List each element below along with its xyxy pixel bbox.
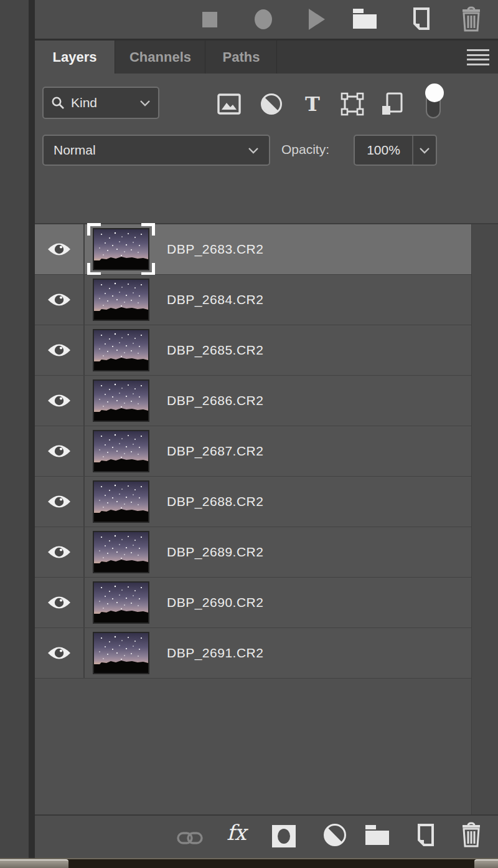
type-layer-filter-icon[interactable]: T	[299, 92, 326, 117]
delete-layer-icon[interactable]	[460, 822, 482, 847]
eye-icon[interactable]	[47, 241, 72, 258]
layers-panel-body: Kind T	[35, 74, 498, 814]
layer-thumbnail[interactable]	[93, 279, 149, 321]
chevron-down-icon	[139, 100, 151, 107]
panel-menu-icon[interactable]	[467, 49, 489, 65]
thumbnail-image	[93, 480, 149, 523]
filter-kind-dropdown[interactable]: Kind	[42, 87, 159, 119]
tab-layers-label: Layers	[53, 49, 97, 65]
thumbnail-image	[93, 329, 149, 371]
chevron-down-icon	[248, 147, 259, 154]
visibility-cell[interactable]	[35, 224, 85, 274]
layer-name[interactable]: DBP_2687.CR2	[167, 444, 263, 459]
filter-kind-label: Kind	[71, 95, 97, 110]
eye-icon[interactable]	[47, 644, 72, 662]
eye-icon[interactable]	[47, 594, 72, 611]
thumbnail-image	[93, 279, 149, 321]
layer-name[interactable]: DBP_2684.CR2	[167, 292, 263, 307]
adjustment-layer-icon[interactable]	[323, 823, 347, 848]
fx-label: fx	[227, 820, 247, 845]
eye-icon[interactable]	[47, 543, 72, 561]
visibility-cell[interactable]	[35, 275, 85, 325]
document-edge-right	[474, 859, 498, 868]
layer-style-icon[interactable]: fx	[227, 822, 247, 843]
opacity-field[interactable]: 100%	[354, 135, 437, 166]
delete-icon[interactable]	[460, 6, 482, 32]
chevron-down-icon[interactable]	[412, 136, 436, 165]
visibility-cell[interactable]	[35, 477, 85, 527]
layer-name[interactable]: DBP_2686.CR2	[167, 393, 263, 408]
layer-name[interactable]: DBP_2691.CR2	[167, 646, 263, 661]
toggle-knob	[425, 83, 444, 102]
new-group-icon[interactable]	[365, 824, 390, 846]
tab-paths[interactable]: Paths	[206, 41, 277, 74]
layer-row[interactable]: DBP_2686.CR2	[35, 376, 471, 426]
new-action-icon[interactable]	[410, 7, 433, 31]
link-layers-icon[interactable]	[177, 831, 203, 846]
selection-corner	[141, 263, 155, 275]
tab-layers[interactable]: Layers	[35, 41, 115, 74]
scrollbar-gutter[interactable]	[471, 224, 498, 814]
new-layer-icon[interactable]	[415, 823, 437, 847]
visibility-cell[interactable]	[35, 426, 85, 476]
layer-row[interactable]: DBP_2688.CR2	[35, 477, 471, 527]
document-edge-strip	[0, 858, 498, 868]
layers-bottom-toolbar: fx	[35, 814, 498, 858]
selection-corner	[141, 223, 155, 236]
thumbnail-image	[93, 379, 149, 422]
eye-icon[interactable]	[47, 341, 72, 359]
thumbnail-image	[93, 581, 149, 624]
layer-row[interactable]: DBP_2685.CR2	[35, 325, 471, 376]
tab-channels[interactable]: Channels	[116, 41, 205, 74]
opacity-value[interactable]: 100%	[355, 143, 412, 158]
adjustment-layer-filter-icon[interactable]	[258, 92, 285, 117]
layer-thumbnail[interactable]	[93, 632, 149, 674]
selection-corner	[87, 223, 101, 236]
layer-row[interactable]: DBP_2691.CR2	[35, 628, 471, 679]
layer-name[interactable]: DBP_2690.CR2	[167, 595, 263, 610]
stop-icon[interactable]	[202, 11, 218, 28]
type-letter: T	[305, 94, 320, 114]
eye-icon[interactable]	[47, 291, 72, 308]
workspace-gutter	[0, 0, 29, 858]
panel-tab-strip: Layers Channels Paths	[35, 41, 498, 74]
layer-name[interactable]: DBP_2683.CR2	[167, 242, 263, 257]
layer-thumbnail[interactable]	[93, 430, 149, 472]
thumbnail-image	[93, 531, 149, 573]
opacity-label: Opacity:	[281, 142, 329, 157]
layer-mask-icon[interactable]	[271, 824, 296, 848]
folder-icon[interactable]	[352, 8, 377, 29]
play-icon[interactable]	[308, 8, 326, 31]
layer-thumbnail[interactable]	[93, 531, 149, 573]
layer-row[interactable]: DBP_2689.CR2	[35, 527, 471, 578]
visibility-cell[interactable]	[35, 325, 85, 375]
layer-thumbnail[interactable]	[93, 581, 149, 624]
layer-thumbnail[interactable]	[93, 228, 149, 270]
layer-thumbnail[interactable]	[93, 379, 149, 422]
thumbnail-image	[93, 632, 149, 674]
visibility-cell[interactable]	[35, 376, 85, 426]
smart-object-filter-icon[interactable]	[378, 92, 406, 117]
layer-thumbnail[interactable]	[93, 480, 149, 523]
layer-filtering-toggle[interactable]	[426, 85, 443, 120]
eye-icon[interactable]	[47, 392, 72, 409]
eye-icon[interactable]	[47, 442, 72, 460]
layer-name[interactable]: DBP_2688.CR2	[167, 494, 263, 509]
selection-corner	[87, 263, 101, 275]
layer-name[interactable]: DBP_2685.CR2	[167, 343, 263, 358]
layer-row[interactable]: DBP_2684.CR2	[35, 275, 471, 325]
layer-thumbnail[interactable]	[93, 329, 149, 371]
visibility-cell[interactable]	[35, 628, 85, 678]
visibility-cell[interactable]	[35, 578, 85, 627]
layer-row[interactable]: DBP_2683.CR2	[35, 224, 471, 275]
dock-divider	[29, 0, 35, 858]
shape-layer-filter-icon[interactable]	[339, 92, 366, 117]
visibility-cell[interactable]	[35, 527, 85, 577]
pixel-layer-filter-icon[interactable]	[215, 92, 243, 117]
layer-row[interactable]: DBP_2687.CR2	[35, 426, 471, 477]
record-icon[interactable]	[254, 9, 273, 30]
blend-mode-dropdown[interactable]: Normal	[42, 135, 270, 166]
layer-row[interactable]: DBP_2690.CR2	[35, 578, 471, 628]
eye-icon[interactable]	[47, 493, 72, 510]
layer-name[interactable]: DBP_2689.CR2	[167, 545, 263, 560]
